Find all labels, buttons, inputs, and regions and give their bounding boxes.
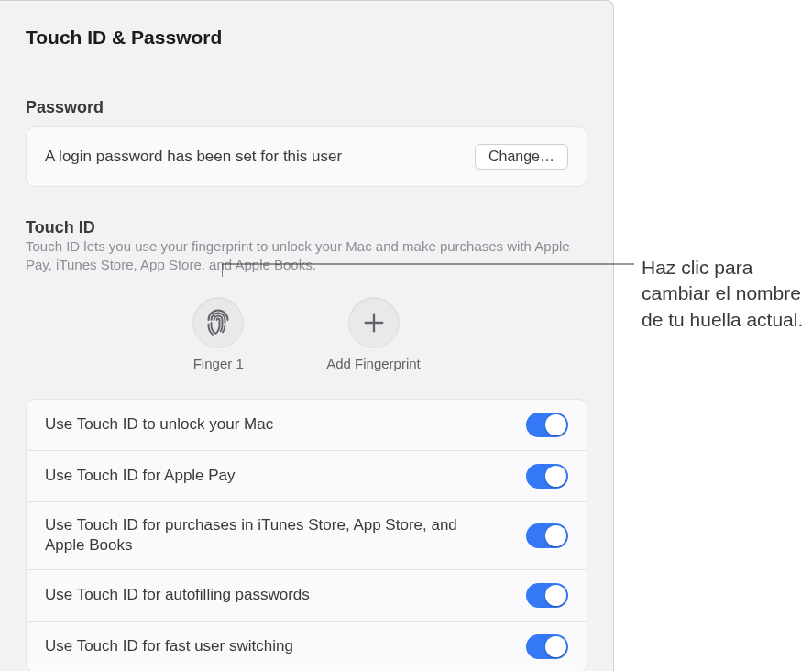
fingerprint-finger-1[interactable]: Finger 1 xyxy=(192,297,244,371)
option-label: Use Touch ID for Apple Pay xyxy=(45,466,236,487)
toggle-autofill[interactable] xyxy=(526,583,568,608)
option-label: Use Touch ID for fast user switching xyxy=(45,636,293,657)
toggle-apple-pay[interactable] xyxy=(526,464,568,489)
option-label: Use Touch ID to unlock your Mac xyxy=(45,414,273,435)
settings-window: Touch ID & Password Password A login pas… xyxy=(0,0,614,671)
option-autofill: Use Touch ID for autofilling passwords xyxy=(27,570,587,622)
option-fast-user-switching: Use Touch ID for fast user switching xyxy=(27,622,587,671)
toggle-fast-user-switching[interactable] xyxy=(526,634,568,659)
callout-text: Haz clic para cambiar el nombre de tu hu… xyxy=(642,255,812,333)
touchid-description: Touch ID lets you use your fingerprint t… xyxy=(26,237,587,275)
change-password-button[interactable]: Change… xyxy=(475,144,568,170)
password-status-text: A login password has been set for this u… xyxy=(45,148,342,166)
password-heading: Password xyxy=(26,98,587,117)
add-fingerprint-label: Add Fingerprint xyxy=(326,356,421,371)
page-title: Touch ID & Password xyxy=(0,1,613,49)
fingerprint-icon xyxy=(192,297,244,348)
option-apple-pay: Use Touch ID for Apple Pay xyxy=(27,451,587,502)
touchid-heading: Touch ID xyxy=(26,218,587,237)
toggle-purchases[interactable] xyxy=(526,523,568,548)
option-unlock-mac: Use Touch ID to unlock your Mac xyxy=(27,400,587,451)
touchid-options-card: Use Touch ID to unlock your Mac Use Touc… xyxy=(26,399,587,672)
option-label: Use Touch ID for autofilling passwords xyxy=(45,585,310,606)
password-card: A login password has been set for this u… xyxy=(26,126,587,187)
option-purchases: Use Touch ID for purchases in iTunes Sto… xyxy=(27,502,587,571)
add-fingerprint-button[interactable]: Add Fingerprint xyxy=(326,297,421,371)
fingerprint-row: Finger 1 Add Fingerprint xyxy=(26,297,587,371)
plus-icon xyxy=(348,297,400,348)
option-label: Use Touch ID for purchases in iTunes Sto… xyxy=(45,515,464,557)
content-area: Password A login password has been set f… xyxy=(0,49,613,671)
toggle-unlock-mac[interactable] xyxy=(526,412,568,437)
fingerprint-label: Finger 1 xyxy=(193,356,244,371)
